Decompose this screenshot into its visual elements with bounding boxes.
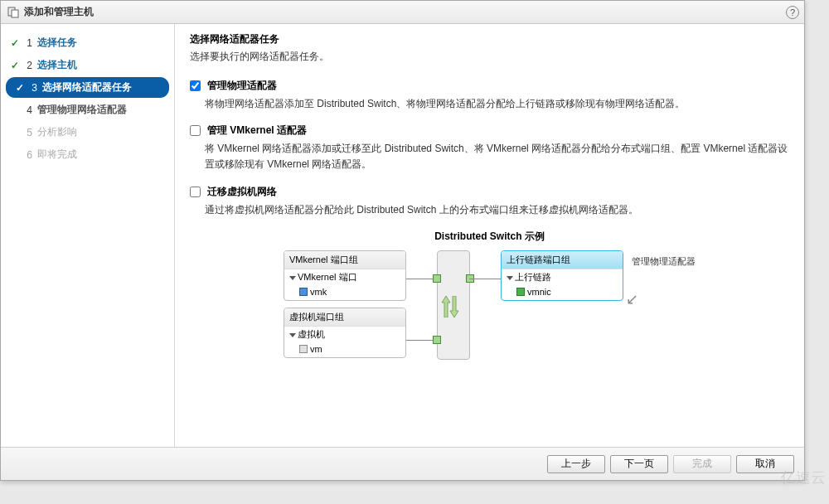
svg-rect-1 [12,10,18,17]
option-migrate-vm-network: 迁移虚拟机网络 通过将虚拟机网络适配器分配给此 Distributed Swit… [190,185,789,218]
dialog-title: 添加和管理主机 [24,5,94,19]
step-select-task[interactable]: ✓ 1 选择任务 [1,32,174,53]
step-manage-physical[interactable]: 4 管理物理网络适配器 [1,99,174,120]
dialog-body: ✓ 1 选择任务 ✓ 2 选择主机 ✓ 3 选择网络适配器任务 4 管理物理网络… [1,24,804,447]
option-desc: 将 VMkernel 网络适配器添加或迁移至此 Distributed Swit… [205,141,789,172]
vm-icon [299,345,308,353]
diagram: VMkernel 端口组 VMkernel 端口 vmk 虚拟机端口组 虚拟机 … [190,250,789,360]
back-button[interactable]: 上一步 [547,455,605,473]
next-button[interactable]: 下一页 [610,455,668,473]
diagram-side-label: 管理物理适配器 [632,255,696,268]
option-desc: 通过将虚拟机网络适配器分配给此 Distributed Switch 上的分布式… [205,202,789,218]
option-label: 管理物理适配器 [207,79,277,93]
expand-icon [289,276,296,280]
step-select-adapter-tasks[interactable]: ✓ 3 选择网络适配器任务 [6,77,169,98]
check-icon: ✓ [14,82,26,94]
watermark: 亿速云 [781,468,826,487]
vm-portgroup-box: 虚拟机端口组 虚拟机 vm [284,308,406,358]
main-panel: 选择网络适配器任务 选择要执行的网络适配器任务。 管理物理适配器 将物理网络适配… [175,24,804,447]
finish-button: 完成 [673,455,731,473]
expand-icon [289,333,296,337]
connector-right [469,250,501,360]
option-manage-physical: 管理物理适配器 将物理网络适配器添加至 Distributed Switch、将… [190,79,789,112]
vmnic-icon [516,288,525,296]
arrow-down-icon [449,296,459,317]
checkbox-manage-physical[interactable] [190,80,201,91]
checkbox-manage-vmkernel[interactable] [190,125,201,136]
expand-icon [507,276,513,280]
titlebar: 添加和管理主机 ? [1,1,804,24]
uplink-portgroup-box: 上行链路端口组 上行链路 vmnic [501,250,623,301]
check-icon: ✓ [9,37,21,49]
vmkernel-portgroup-box: VMkernel 端口组 VMkernel 端口 vmk [284,250,406,301]
port-icon [433,336,441,344]
diagram-left-column: VMkernel 端口组 VMkernel 端口 vmk 虚拟机端口组 虚拟机 … [284,250,406,358]
wizard-dialog: 添加和管理主机 ? ✓ 1 选择任务 ✓ 2 选择主机 ✓ 3 选择网络适配器任… [0,0,805,481]
distributed-switch-box [437,250,470,360]
help-icon[interactable]: ? [786,6,799,19]
wizard-steps-sidebar: ✓ 1 选择任务 ✓ 2 选择主机 ✓ 3 选择网络适配器任务 4 管理物理网络… [1,24,175,447]
host-icon [7,7,19,18]
dialog-footer: 上一步 下一页 完成 取消 [1,447,804,480]
option-desc: 将物理网络适配器添加至 Distributed Switch、将物理网络适配器分… [205,96,789,112]
step-analyze-impact: 5 分析影响 [1,122,174,143]
option-manage-vmkernel: 管理 VMkernel 适配器 将 VMkernel 网络适配器添加或迁移至此 … [190,124,789,172]
step-select-hosts[interactable]: ✓ 2 选择主机 [1,55,174,75]
checkbox-migrate-vm-network[interactable] [190,187,201,197]
port-icon [433,274,441,283]
option-label: 迁移虚拟机网络 [207,185,277,199]
page-subtitle: 选择要执行的网络适配器任务。 [190,50,789,64]
curve-arrow-icon: ↙ [626,290,638,308]
page-heading: 选择网络适配器任务 [190,32,789,46]
step-ready-complete: 6 即将完成 [1,144,174,165]
check-icon: ✓ [9,60,21,71]
diagram-right-column: 上行链路端口组 上行链路 vmnic ↙ [501,250,623,301]
option-label: 管理 VMkernel 适配器 [207,124,307,138]
diagram-title: Distributed Switch 示例 [190,230,789,244]
vmk-icon [299,288,308,296]
